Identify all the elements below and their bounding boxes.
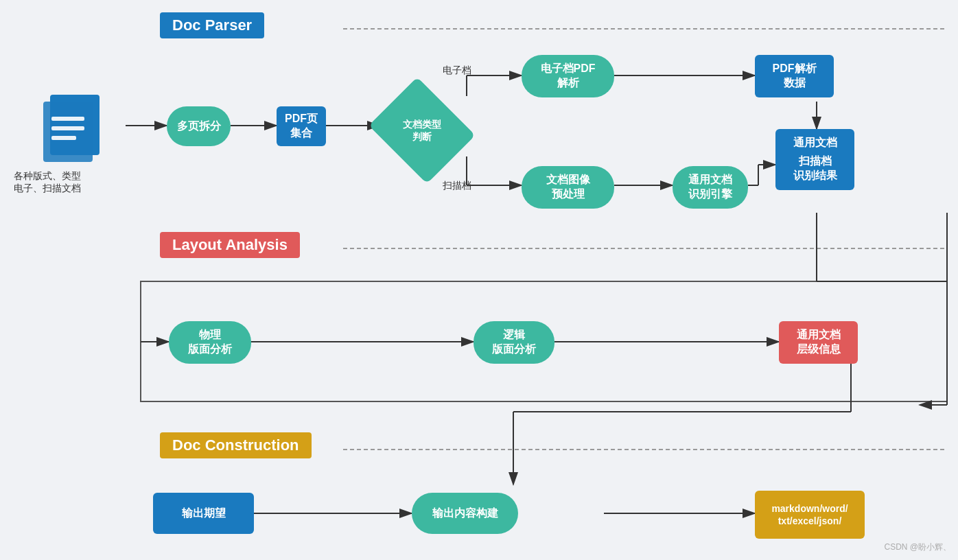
node-electronic-pdf-parse: 电子档PDF 解析	[522, 55, 614, 97]
svg-rect-35	[51, 126, 84, 130]
node-doc-image-preprocess: 文档图像 预处理	[522, 166, 614, 209]
doc-parser-text: Doc Parser	[172, 16, 252, 34]
node-multi-page-split: 多页拆分	[167, 106, 231, 146]
section-label-doc-parser: Doc Parser	[160, 12, 264, 38]
input-doc-label: 各种版式、类型 电子、扫描文档	[14, 170, 81, 195]
section-label-layout-analysis: Layout Analysis	[160, 232, 300, 258]
doc-construction-text: Doc Construction	[172, 436, 299, 454]
diagram-container: Doc Parser Layout Analysis Doc Construct…	[0, 0, 958, 560]
svg-rect-33	[43, 102, 93, 162]
svg-rect-36	[51, 136, 76, 140]
node-output-expectation: 输出期望	[153, 493, 254, 534]
node-pdf-page-collection: PDF页 集合	[277, 106, 326, 146]
node-universal-hierarchy: 通用文档 层级信息	[779, 321, 858, 364]
node-output-content-build: 输出内容构建	[412, 493, 518, 534]
node-output-formats: markdown/word/ txt/excel/json/	[755, 491, 865, 539]
node-logical-layout: 逻辑 版面分析	[474, 321, 554, 364]
document-icon	[38, 89, 113, 174]
label-electronic: 电子档	[443, 65, 471, 77]
svg-rect-34	[51, 117, 84, 121]
node-scan-recognition-result: 扫描档 识别结果	[775, 148, 854, 190]
label-scan: 扫描档	[443, 180, 471, 192]
section-label-doc-construction: Doc Construction	[160, 432, 312, 458]
node-doc-type-judge: 文档类型 判断	[381, 96, 463, 165]
node-physical-layout: 物理 版面分析	[169, 321, 251, 364]
watermark: CSDN @盼小辉、	[884, 541, 951, 553]
node-universal-recognition: 通用文档 识别引擎	[673, 166, 748, 209]
node-pdf-parse-data: PDF解析 数据	[755, 55, 834, 97]
layout-analysis-text: Layout Analysis	[172, 236, 288, 254]
